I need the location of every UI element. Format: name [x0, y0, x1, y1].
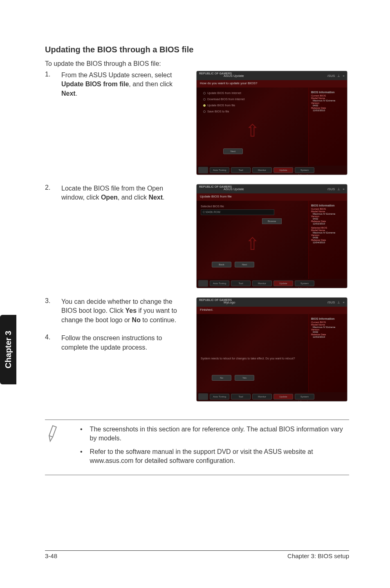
close-icon: × — [343, 301, 345, 304]
note-callout: • The screenshots in this section are fo… — [45, 420, 349, 475]
note-item: • The screenshots in this section are fo… — [80, 425, 349, 442]
no-button: No — [212, 375, 231, 381]
step-text: You can decide whether to change the BIO… — [61, 297, 196, 325]
footer-sysinfo: System Information — [295, 281, 314, 286]
step-text: Locate the BIOS file from the Open windo… — [61, 184, 196, 202]
close-icon: × — [343, 74, 345, 78]
screenshot-3: REPUBLIC OF GAMERS MyLogo /SUS ⊥ × Finis… — [196, 297, 347, 402]
rog-logo: REPUBLIC OF GAMERS — [199, 185, 232, 188]
footer-update: Update — [273, 281, 293, 286]
step-2: 2. Locate the BIOS file from the Open wi… — [45, 184, 196, 202]
dialog-subheader: Update BIOS from file — [197, 193, 347, 201]
step-number: 3. — [45, 297, 61, 305]
screenshot-1: REPUBLIC OF GAMERS ASUS Update /SUS ⊥ × … — [196, 71, 347, 175]
next-button: Next — [223, 148, 243, 154]
radio-option-1: Update BIOS from Internet — [203, 92, 304, 94]
footer-autotuning: Auto Tuning — [210, 281, 229, 286]
chapter-label: Chapter 3: BIOS setup — [287, 552, 349, 559]
radio-option-4: Save BIOS to file — [203, 110, 304, 113]
upload-arrow-icon: ⇧ — [245, 121, 260, 141]
footer-logo-icon — [198, 167, 208, 173]
footer-tool: Tool — [231, 281, 251, 286]
upload-arrow-icon: ⇧ — [245, 234, 260, 254]
selected-file-label: Selected BIOS file — [201, 205, 304, 208]
step-1: 1. From the ASUS Update screen, select U… — [45, 71, 196, 98]
dialog-subheader: How do you want to update your BIOS? — [197, 80, 347, 88]
footer-update: Update — [273, 167, 293, 173]
step-text: From the ASUS Update screen, select Upda… — [61, 71, 196, 98]
step-number: 1. — [45, 71, 61, 78]
sidebar-title: BIOS Information — [311, 204, 345, 207]
screenshot-2: REPUBLIC OF GAMERS ASUS Update /SUS ⊥ × … — [196, 184, 347, 288]
footer-logo-icon — [198, 393, 208, 400]
footer-tool: Tool — [231, 394, 251, 399]
yes-button: Yes — [235, 375, 254, 381]
reboot-message: System needs to reboot for changes to ta… — [201, 357, 304, 360]
footer-monitor: Monitor — [252, 167, 272, 173]
footer-sysinfo: System Information — [295, 394, 314, 399]
footer-autotuning: Auto Tuning — [210, 167, 229, 173]
pencil-note-icon — [45, 425, 64, 470]
chapter-side-tab: Chapter 3 — [0, 315, 16, 384]
rog-logo: REPUBLIC OF GAMERS — [199, 298, 232, 301]
dialog-subheader: Finished. — [197, 307, 347, 314]
step-text: Follow the onscreen instructions to comp… — [61, 334, 196, 352]
back-button: Back — [212, 262, 231, 267]
footer-monitor: Monitor — [252, 394, 272, 399]
step-4: 4. Follow the onscreen instructions to c… — [45, 334, 196, 352]
minimize-icon: ⊥ — [337, 301, 340, 304]
file-path-input: C:\0406.ROM — [201, 209, 274, 215]
asus-logo: /SUS — [327, 187, 335, 191]
footer-monitor: Monitor — [252, 281, 272, 286]
step-number: 2. — [45, 184, 61, 191]
step-number: 4. — [45, 334, 61, 341]
bullet-icon: • — [80, 425, 83, 442]
note-item: • Refer to the software manual in the su… — [80, 447, 349, 465]
bullet-icon: • — [80, 447, 83, 465]
footer-update: Update — [273, 394, 293, 399]
rog-logo: REPUBLIC OF GAMERS — [199, 72, 232, 75]
minimize-icon: ⊥ — [337, 187, 340, 191]
footer-logo-icon — [198, 280, 208, 287]
step-3: 3. You can decide whether to change the … — [45, 297, 196, 325]
page-footer: 3-48 Chapter 3: BIOS setup — [45, 550, 349, 559]
note-text: The screenshots in this section are for … — [90, 425, 349, 442]
note-text: Refer to the software manual in the supp… — [90, 447, 349, 465]
footer-tool: Tool — [231, 167, 251, 173]
radio-option-2: Download BIOS from Internet — [203, 98, 304, 101]
minimize-icon: ⊥ — [337, 74, 340, 78]
footer-sysinfo: System Information — [295, 167, 314, 173]
asus-logo: /SUS — [327, 301, 335, 304]
page-number: 3-48 — [45, 552, 57, 559]
next-button: Next — [235, 262, 254, 267]
section-heading: Updating the BIOS through a BIOS file — [45, 45, 349, 54]
browse-button: Browse — [262, 218, 282, 224]
intro-text: To update the BIOS through a BIOS file: — [45, 60, 349, 67]
asus-logo: /SUS — [327, 74, 335, 78]
sidebar-title: BIOS Information — [311, 317, 345, 320]
footer-autotuning: Auto Tuning — [210, 394, 229, 399]
sidebar-title: BIOS Information — [311, 91, 345, 94]
radio-option-3: Update BIOS from file — [203, 104, 304, 107]
close-icon: × — [343, 187, 345, 191]
